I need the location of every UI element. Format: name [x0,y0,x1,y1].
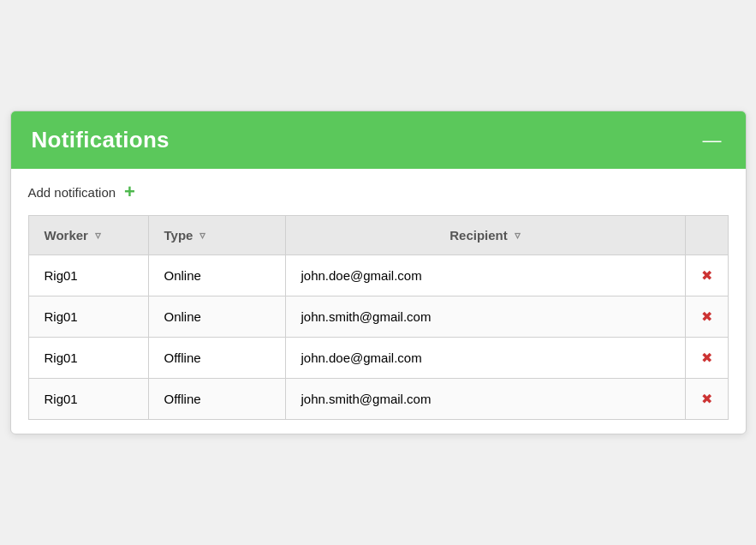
table-row: Rig01Onlinejohn.smith@gmail.com✖ [28,296,728,338]
cell-type: Offline [148,338,285,379]
widget-title: Notifications [32,127,170,153]
cell-type: Online [148,255,285,296]
cell-recipient: john.smith@gmail.com [285,296,685,338]
cell-type: Online [148,296,285,338]
col-recipient-label: Recipient [449,228,508,243]
table-row: Rig01Onlinejohn.doe@gmail.com✖ [28,255,728,296]
table-header-row: Worker ▿ Type ▿ Recipient ▿ [28,216,728,255]
minimize-button[interactable]: — [699,131,725,150]
cell-recipient: john.smith@gmail.com [285,379,685,420]
col-header-worker: Worker ▿ [28,216,148,255]
col-header-recipient: Recipient ▿ [285,216,685,255]
cell-recipient: john.doe@gmail.com [285,255,685,296]
widget-header: Notifications — [11,111,746,169]
type-filter-icon[interactable]: ▿ [199,229,205,242]
table-body: Rig01Onlinejohn.doe@gmail.com✖Rig01Onlin… [28,255,728,420]
col-worker-label: Worker [45,228,88,243]
delete-button[interactable]: ✖ [701,350,712,366]
add-notification-button[interactable]: + [124,183,135,201]
notifications-table: Worker ▿ Type ▿ Recipient ▿ [28,215,729,420]
cell-action: ✖ [685,338,728,379]
col-type-label: Type [164,228,193,243]
worker-filter-icon[interactable]: ▿ [95,229,101,242]
table-row: Rig01Offlinejohn.smith@gmail.com✖ [28,379,728,420]
delete-button[interactable]: ✖ [701,391,712,407]
recipient-filter-icon[interactable]: ▿ [515,229,521,242]
cell-worker: Rig01 [28,379,148,420]
cell-action: ✖ [685,379,728,420]
delete-button[interactable]: ✖ [701,308,712,325]
cell-worker: Rig01 [28,255,148,296]
notifications-widget: Notifications — Add notification + Worke… [10,111,747,434]
cell-worker: Rig01 [28,338,148,379]
col-header-action [685,216,728,255]
cell-recipient: john.doe@gmail.com [285,338,685,379]
col-header-type: Type ▿ [148,216,285,255]
widget-body: Add notification + Worker ▿ Type ▿ [11,169,746,434]
cell-action: ✖ [685,296,728,338]
cell-action: ✖ [685,255,728,296]
add-notification-row: Add notification + [28,183,729,201]
cell-worker: Rig01 [28,296,148,338]
add-notification-label: Add notification [28,185,116,200]
cell-type: Offline [148,379,285,420]
table-row: Rig01Offlinejohn.doe@gmail.com✖ [28,338,728,379]
delete-button[interactable]: ✖ [701,267,712,284]
